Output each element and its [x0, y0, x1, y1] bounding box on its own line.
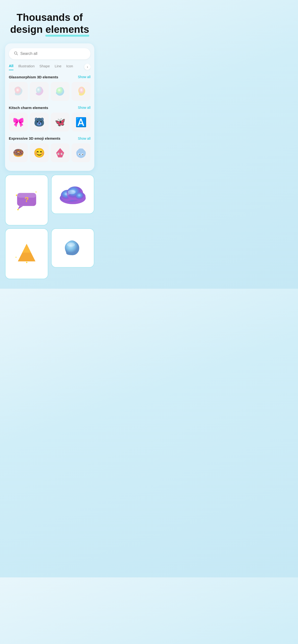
emoji-item-4[interactable] — [72, 143, 90, 162]
hero-title: Thousands of design elements — [1, 12, 99, 36]
emoji3d-grid: 🍩 😊 — [9, 143, 91, 162]
glass-item-2[interactable] — [30, 82, 49, 101]
tab-line[interactable]: Line — [55, 64, 61, 70]
section-glassmorphism-title: Glassmorphism 3D elements — [9, 75, 58, 79]
kitsch-item-bow[interactable]: 🎀 — [9, 112, 28, 132]
show-all-emoji3d[interactable]: Show all — [78, 136, 90, 140]
glass-item-1[interactable] — [9, 82, 28, 101]
emoji-item-1[interactable]: 🍩 — [9, 143, 28, 162]
tabs-next-arrow[interactable]: › — [84, 64, 90, 70]
kitsch-grid: 🎀 🐻 🦋 🅰️ — [9, 112, 91, 132]
feature-card-landscape[interactable]: ✦ ✦ — [5, 228, 48, 279]
emoji-item-2[interactable]: 😊 — [30, 143, 49, 162]
search-card: All Illustration Shape Line Icon › Glass… — [5, 43, 95, 171]
page-wrapper: Thousands of design elements All Illustr… — [0, 0, 99, 289]
kitsch-item-letter[interactable]: 🅰️ — [72, 112, 90, 132]
svg-point-5 — [58, 153, 59, 154]
show-all-kitsch[interactable]: Show all — [78, 106, 90, 110]
tab-all[interactable]: All — [9, 64, 14, 70]
svg-point-10 — [82, 154, 83, 155]
svg-text:?: ? — [25, 196, 29, 204]
glass-item-3[interactable] — [51, 82, 70, 101]
section-kitsch-header: Kitsch charm elements Show all — [9, 106, 91, 110]
cloud-illustration — [55, 182, 90, 207]
section-glassmorphism-header: Glassmorphism 3D elements Show all — [9, 75, 91, 79]
tabs-bar: All Illustration Shape Line Icon › — [9, 64, 91, 70]
glass-item-4[interactable] — [72, 82, 90, 101]
bear-emoji: 🐻 — [34, 117, 45, 127]
svg-marker-27 — [22, 244, 31, 253]
question-card-illustration: ✦ ✦ ✦ ? ✦ — [12, 186, 41, 214]
section-emoji3d-title: Expressive 3D emoji elements — [9, 136, 60, 140]
landscape-illustration: ✦ ✦ — [14, 239, 40, 268]
letter-a-emoji: 🅰️ — [75, 117, 87, 128]
svg-text:✦: ✦ — [17, 208, 20, 212]
butterfly-emoji: 🦋 — [55, 117, 66, 127]
svg-line-1 — [17, 54, 18, 55]
hero-line1: Thousands of — [17, 12, 83, 23]
svg-point-22 — [75, 192, 85, 201]
section-glassmorphism: Glassmorphism 3D elements Show all — [9, 75, 91, 101]
feature-card-misc[interactable] — [51, 228, 94, 268]
svg-text:✦: ✦ — [15, 256, 17, 259]
svg-marker-2 — [56, 148, 64, 158]
hero-highlight: elements — [45, 24, 89, 36]
hero-line2: design elements — [10, 24, 89, 35]
emoji-donut: 🍩 — [13, 148, 24, 158]
show-all-glassmorphism[interactable]: Show all — [78, 75, 90, 79]
glassmorphism-grid — [9, 82, 91, 101]
search-icon — [14, 51, 18, 56]
emoji-item-3[interactable] — [51, 143, 70, 162]
emoji-smile: 😊 — [34, 148, 45, 158]
misc-illustration — [60, 236, 86, 260]
kitsch-item-bear[interactable]: 🐻 — [30, 112, 49, 132]
svg-point-9 — [79, 154, 80, 155]
svg-point-29 — [67, 243, 75, 246]
svg-point-6 — [62, 153, 62, 154]
kitsch-item-butterfly[interactable]: 🦋 — [51, 112, 70, 132]
section-kitsch-title: Kitsch charm elements — [9, 106, 48, 110]
section-kitsch: Kitsch charm elements Show all 🎀 🐻 🦋 🅰️ — [9, 106, 91, 132]
search-input[interactable] — [20, 52, 86, 56]
bow-emoji: 🎀 — [13, 117, 24, 128]
feature-card-cloud[interactable] — [51, 175, 94, 214]
search-bar[interactable] — [9, 48, 91, 60]
tab-illustration[interactable]: Illustration — [18, 64, 35, 70]
tab-shape[interactable]: Shape — [39, 64, 50, 70]
svg-text:✦: ✦ — [35, 191, 37, 193]
svg-point-24 — [65, 193, 70, 196]
feature-card-question[interactable]: ✦ ✦ ✦ ? ✦ — [5, 175, 48, 226]
section-emoji3d-header: Expressive 3D emoji elements Show all — [9, 136, 91, 140]
section-emoji3d: Expressive 3D emoji elements Show all 🍩 … — [9, 136, 91, 162]
tab-icon[interactable]: Icon — [66, 64, 73, 70]
feature-cards-section: ✦ ✦ ✦ ? ✦ — [5, 175, 95, 279]
